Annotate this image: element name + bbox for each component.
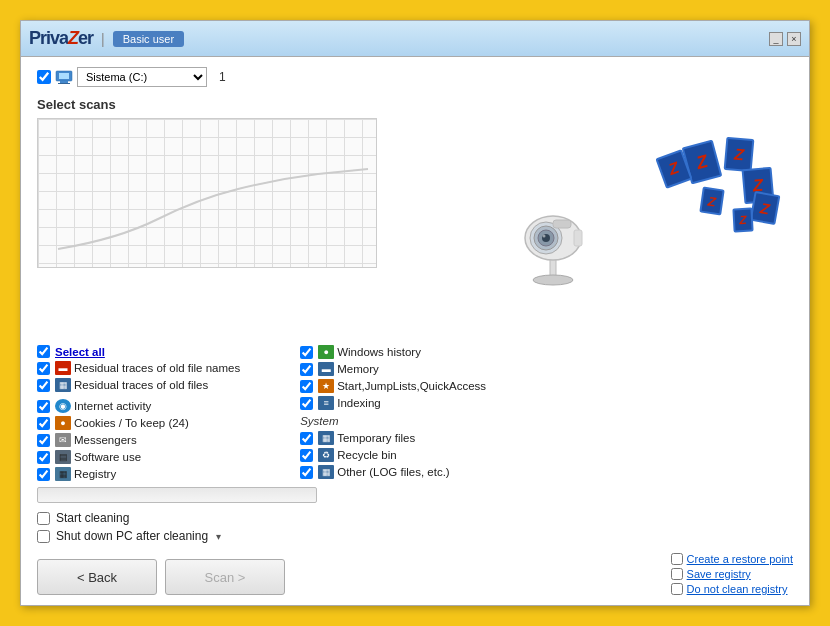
recycle-bin-icon: ♻ bbox=[318, 448, 334, 462]
drive-checkbox[interactable] bbox=[37, 70, 51, 84]
shutdown-label: Shut down PC after cleaning bbox=[56, 529, 208, 543]
close-button[interactable]: × bbox=[787, 32, 801, 46]
mascot-area bbox=[478, 138, 778, 308]
svg-rect-2 bbox=[60, 81, 68, 83]
messengers-item: ✉ Messengers bbox=[37, 433, 240, 447]
registry-item: ▦ Registry bbox=[37, 467, 240, 481]
progress-bar bbox=[37, 487, 317, 503]
software-use-icon: ▤ bbox=[55, 450, 71, 464]
temp-files-icon: ▦ bbox=[318, 431, 334, 445]
messengers-checkbox[interactable] bbox=[37, 434, 50, 447]
messengers-label: ✉ Messengers bbox=[55, 433, 137, 447]
windows-history-item: ● Windows history bbox=[300, 345, 486, 359]
residual-files-icon: ▦ bbox=[55, 378, 71, 392]
select-all-checkbox[interactable] bbox=[37, 345, 50, 358]
title-divider: | bbox=[101, 31, 105, 47]
main-window: PrivaZer | Basic user _ × Sistema (C:) bbox=[20, 20, 810, 606]
z-icon-7 bbox=[732, 207, 753, 232]
toolbar: Sistema (C:) 1 bbox=[37, 67, 793, 87]
no-clean-registry-checkbox[interactable] bbox=[671, 583, 683, 595]
software-use-item: ▤ Software use bbox=[37, 450, 240, 464]
nav-buttons: < Back Scan > bbox=[37, 559, 285, 595]
back-button[interactable]: < Back bbox=[37, 559, 157, 595]
z-icon-4 bbox=[750, 191, 781, 225]
internet-icon: ◉ bbox=[55, 399, 71, 413]
indexing-label: ≡ Indexing bbox=[318, 396, 380, 410]
scan-curve bbox=[38, 119, 377, 268]
start-cleaning-checkbox[interactable] bbox=[37, 512, 50, 525]
right-panel bbox=[463, 118, 793, 341]
minimize-button[interactable]: _ bbox=[769, 32, 783, 46]
section-title: Select scans bbox=[37, 97, 793, 112]
internet-item: ◉ Internet activity bbox=[37, 399, 240, 413]
temp-files-label: ▦ Temporary files bbox=[318, 431, 415, 445]
temp-files-checkbox[interactable] bbox=[300, 432, 313, 445]
progress-bar-area bbox=[37, 487, 793, 503]
left-checklist: Select all ▬ Residual traces of old file… bbox=[37, 345, 240, 481]
recycle-bin-checkbox[interactable] bbox=[300, 449, 313, 462]
start-jump-checkbox[interactable] bbox=[300, 380, 313, 393]
drive-dropdown[interactable]: Sistema (C:) bbox=[77, 67, 207, 87]
start-cleaning-label: Start cleaning bbox=[56, 511, 129, 525]
footer-checkboxes: Create a restore point Save registry Do … bbox=[671, 553, 793, 595]
z-icon-6 bbox=[699, 187, 724, 216]
start-jump-icon: ★ bbox=[318, 379, 334, 393]
no-clean-registry-label[interactable]: Do not clean registry bbox=[687, 583, 788, 595]
restore-point-checkbox[interactable] bbox=[671, 553, 683, 565]
no-clean-registry-row: Do not clean registry bbox=[671, 583, 788, 595]
registry-label: ▦ Registry bbox=[55, 467, 116, 481]
other-log-item: ▦ Other (LOG files, etc.) bbox=[300, 465, 486, 479]
save-registry-label[interactable]: Save registry bbox=[687, 568, 751, 580]
registry-checkbox[interactable] bbox=[37, 468, 50, 481]
save-registry-checkbox[interactable] bbox=[671, 568, 683, 580]
scan-button[interactable]: Scan > bbox=[165, 559, 285, 595]
svg-rect-12 bbox=[553, 220, 571, 228]
button-row: < Back Scan > Create a restore point Sav… bbox=[37, 553, 793, 595]
recycle-bin-label: ♻ Recycle bin bbox=[318, 448, 396, 462]
indexing-item: ≡ Indexing bbox=[300, 396, 486, 410]
shutdown-dropdown-arrow[interactable]: ▾ bbox=[216, 531, 221, 542]
shutdown-checkbox[interactable] bbox=[37, 530, 50, 543]
memory-icon: ▬ bbox=[318, 362, 334, 376]
z-icon-2 bbox=[724, 137, 755, 172]
internet-checkbox[interactable] bbox=[37, 400, 50, 413]
memory-checkbox[interactable] bbox=[300, 363, 313, 376]
user-level-badge: Basic user bbox=[113, 31, 184, 47]
right-checklist: ● Windows history ▬ Memory ★ Start,Jum bbox=[300, 345, 486, 481]
app-logo: PrivaZer bbox=[29, 28, 93, 49]
svg-point-5 bbox=[533, 275, 573, 285]
indexing-icon: ≡ bbox=[318, 396, 334, 410]
svg-rect-13 bbox=[574, 230, 582, 246]
windows-history-icon: ● bbox=[318, 345, 334, 359]
save-registry-row: Save registry bbox=[671, 568, 751, 580]
svg-rect-3 bbox=[58, 83, 70, 84]
residual-files-checkbox[interactable] bbox=[37, 379, 50, 392]
residual-names-checkbox[interactable] bbox=[37, 362, 50, 375]
residual-names-label: ▬ Residual traces of old file names bbox=[55, 361, 240, 375]
residual-files-label: ▦ Residual traces of old files bbox=[55, 378, 208, 392]
cookies-checkbox[interactable] bbox=[37, 417, 50, 430]
temp-files-item: ▦ Temporary files bbox=[300, 431, 486, 445]
restore-point-label[interactable]: Create a restore point bbox=[687, 553, 793, 565]
software-use-checkbox[interactable] bbox=[37, 451, 50, 464]
drive-number: 1 bbox=[219, 70, 226, 84]
cookies-item: ● Cookies / To keep (24) bbox=[37, 416, 240, 430]
indexing-checkbox[interactable] bbox=[300, 397, 313, 410]
checklist-area: Select all ▬ Residual traces of old file… bbox=[37, 345, 793, 481]
other-log-checkbox[interactable] bbox=[300, 466, 313, 479]
drive-selector: Sistema (C:) bbox=[37, 67, 207, 87]
windows-history-label: ● Windows history bbox=[318, 345, 421, 359]
select-all-label[interactable]: Select all bbox=[55, 346, 105, 358]
shutdown-row: Shut down PC after cleaning ▾ bbox=[37, 529, 793, 543]
start-jump-label: ★ Start,JumpLists,QuickAccess bbox=[318, 379, 486, 393]
residual-names-item: ▬ Residual traces of old file names bbox=[37, 361, 240, 375]
memory-item: ▬ Memory bbox=[300, 362, 486, 376]
drive-icon bbox=[55, 70, 73, 84]
start-cleaning-row: Start cleaning bbox=[37, 511, 793, 525]
svg-rect-1 bbox=[59, 73, 69, 79]
scan-section bbox=[37, 118, 793, 341]
other-log-label: ▦ Other (LOG files, etc.) bbox=[318, 465, 449, 479]
restore-point-row: Create a restore point bbox=[671, 553, 793, 565]
windows-history-checkbox[interactable] bbox=[300, 346, 313, 359]
internet-label: ◉ Internet activity bbox=[55, 399, 151, 413]
